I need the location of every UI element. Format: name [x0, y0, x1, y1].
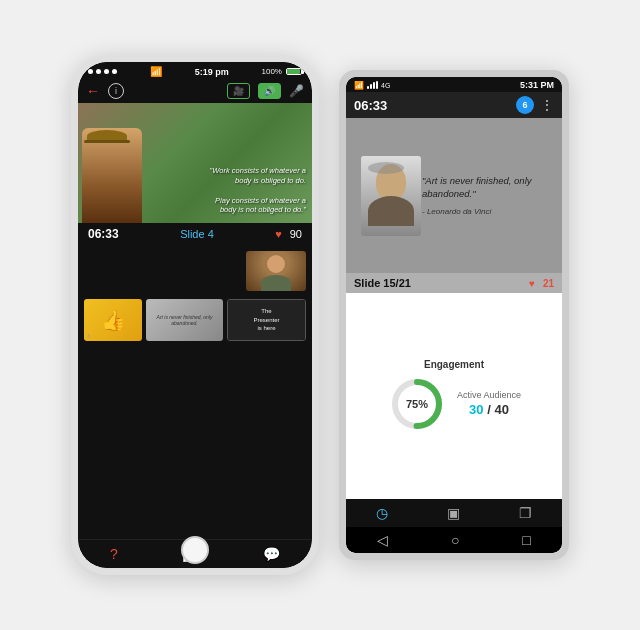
dot-2: [96, 69, 101, 74]
back-icon[interactable]: ←: [86, 83, 100, 99]
rp-heart-count: 21: [543, 278, 554, 289]
copy-bottom-icon[interactable]: ❐: [519, 505, 532, 521]
dot-1: [88, 69, 93, 74]
help-icon[interactable]: ?: [110, 546, 118, 562]
quote-line2: body is obliged to do.: [235, 176, 306, 185]
thumb-3-inner: The Presenter is here: [228, 300, 305, 340]
quote-line3: Play consists of whatever a: [215, 196, 306, 205]
left-toolbar: ← i 🎥 🔊 🎤: [78, 79, 312, 103]
engagement-panel: Engagement 75% Active Audience: [346, 293, 562, 499]
gauge-center-text: 75%: [406, 398, 428, 410]
chat-icon[interactable]: 💬: [263, 546, 280, 562]
sound-button[interactable]: 🔊: [258, 83, 281, 99]
separator: /: [484, 402, 495, 417]
slide-background: "Work consists of whatever a body is obl…: [78, 103, 312, 223]
dot-4: [112, 69, 117, 74]
rp-signal: [367, 81, 378, 89]
quote-line4: body is not obliged to do.": [220, 205, 306, 214]
thumb-3-line2: Presenter: [253, 316, 279, 324]
thumb-3-line3: is here: [257, 324, 275, 332]
rp-left-status: 📶 4G: [354, 81, 390, 90]
thumb-3-line1: The: [261, 307, 271, 315]
camera-icon: 🎥: [233, 86, 244, 96]
slide-figure: [82, 128, 142, 223]
rp-badge-count: 6: [522, 100, 527, 110]
battery-percent: 100%: [262, 67, 282, 76]
gauge-container: 75%: [387, 374, 447, 434]
left-phone-inner: 📶 5:19 pm 100% ← i 🎥 🔊: [78, 62, 312, 568]
right-bottom-bar: ◷ ▣ ❐: [346, 499, 562, 527]
battery-fill: [287, 69, 300, 74]
camera-button[interactable]: 🎥: [227, 83, 250, 99]
gauge-bottom-icon[interactable]: ◷: [376, 505, 388, 521]
thumb-1-inner: 👍: [84, 299, 142, 341]
rp-menu-icon[interactable]: ⋮: [540, 97, 554, 113]
gauge-row: 75% Active Audience 30 / 40: [358, 374, 550, 434]
nav-square-icon[interactable]: □: [522, 532, 530, 548]
presenter-thumbnail: [246, 251, 306, 291]
nav-back-icon[interactable]: ◁: [377, 532, 388, 548]
right-slide-area: "Art is never finished, only abandoned."…: [346, 118, 562, 273]
engagement-title: Engagement: [424, 359, 484, 370]
presenter-thumbnail-inner: [246, 251, 306, 291]
right-info-bar: Slide 15/21 ♥ 21: [346, 273, 562, 293]
heart-count: 90: [290, 228, 302, 240]
thumb-2-text: Art is never finished, only abandoned.: [146, 312, 223, 328]
right-nav-bar: ◁ ○ □: [346, 527, 562, 553]
wifi-icon: 📶: [150, 66, 162, 77]
main-slide: "Work consists of whatever a body is obl…: [78, 103, 312, 223]
left-phone: 📶 5:19 pm 100% ← i 🎥 🔊: [71, 55, 319, 575]
audience-info: Active Audience 30 / 40: [457, 390, 521, 417]
home-button[interactable]: [181, 536, 209, 564]
thumb-2-inner: Art is never finished, only abandoned.: [146, 299, 223, 341]
signal-bar-4: [376, 81, 378, 89]
rp-portrait-inner: [361, 156, 421, 236]
rp-portrait: [361, 156, 421, 236]
left-slide-num: Slide 4: [127, 228, 268, 240]
rp-quote: "Art is never finished, only abandoned."…: [422, 174, 552, 218]
audience-label: Active Audience: [457, 390, 521, 400]
thumbnails-area: 👍 3 Art is never finished, only abandone…: [78, 245, 312, 539]
left-status-bar: 📶 5:19 pm 100%: [78, 62, 312, 79]
nav-home-icon[interactable]: ○: [451, 532, 459, 548]
rp-wifi-icon: 📶: [354, 81, 364, 90]
thumb-3[interactable]: The Presenter is here: [227, 299, 306, 341]
thumb-row: 👍 3 Art is never finished, only abandone…: [84, 299, 306, 341]
audience-nums: 30 / 40: [469, 402, 509, 417]
sound-icon: 🔊: [264, 86, 275, 96]
right-toolbar: 06:33 6 ⋮: [346, 92, 562, 118]
left-timer: 06:33: [88, 227, 119, 241]
thumb-1[interactable]: 👍 3: [84, 299, 142, 341]
quote-line1: "Work consists of whatever a: [210, 166, 306, 175]
rp-quote-attribution: - Leonardo da Vinci: [422, 206, 552, 217]
rp-heart-icon: ♥: [529, 278, 535, 289]
status-dots: [88, 69, 117, 74]
signal-bar-3: [373, 82, 375, 89]
signal-bar-1: [367, 86, 369, 89]
thumb-2[interactable]: Art is never finished, only abandoned.: [146, 299, 223, 341]
dot-3: [104, 69, 109, 74]
rp-badge: 6: [516, 96, 534, 114]
slides-bottom-icon[interactable]: ▣: [447, 505, 460, 521]
right-status-bar: 📶 4G 5:31 PM: [346, 77, 562, 92]
status-time: 5:19 pm: [195, 67, 229, 77]
slide-info-bar: 06:33 Slide 4 ♥ 90: [78, 223, 312, 245]
heart-icon: ♥: [275, 228, 282, 240]
slide-quote: "Work consists of whatever a body is obl…: [210, 166, 306, 215]
battery-bar: [286, 68, 302, 75]
mic-icon[interactable]: 🎤: [289, 84, 304, 98]
rp-timer: 06:33: [354, 98, 510, 113]
info-icon[interactable]: i: [108, 83, 124, 99]
right-phone-inner: 📶 4G 5:31 PM 06:33 6 ⋮: [346, 77, 562, 553]
scene: 📶 5:19 pm 100% ← i 🎥 🔊: [71, 55, 569, 575]
rp-time: 5:31 PM: [520, 80, 554, 90]
active-count: 30: [469, 402, 483, 417]
total-count: 40: [494, 402, 508, 417]
rp-slide-num: Slide 15/21: [354, 277, 521, 289]
status-right: 100%: [262, 67, 302, 76]
rp-lte: 4G: [381, 82, 390, 89]
thumb-1-label: 3: [87, 333, 90, 339]
right-phone: 📶 4G 5:31 PM 06:33 6 ⋮: [339, 70, 569, 560]
rp-quote-main: "Art is never finished, only abandoned.": [422, 175, 532, 199]
signal-bar-2: [370, 84, 372, 89]
